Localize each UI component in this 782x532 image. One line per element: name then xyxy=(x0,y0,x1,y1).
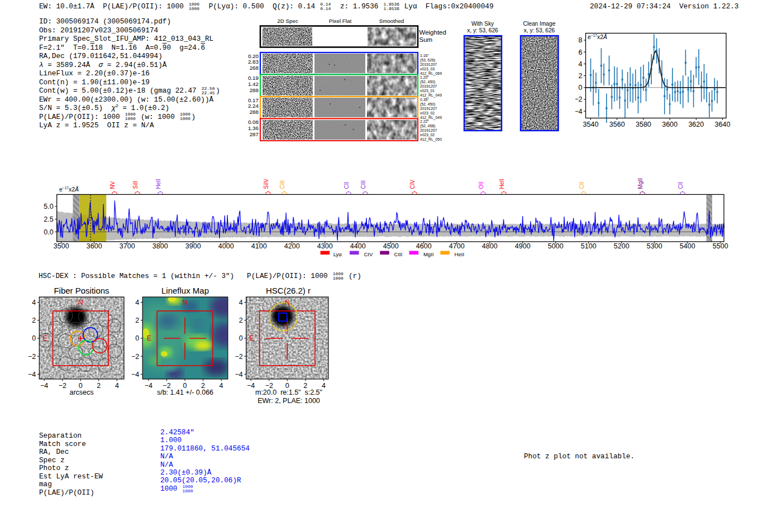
svg-text:4: 4 xyxy=(115,382,119,390)
svg-text:4600: 4600 xyxy=(416,242,432,250)
svg-text:EWr: 2, PLAE: 1000: EWr: 2, PLAE: 1000 xyxy=(258,397,320,405)
svg-text:288: 288 xyxy=(250,109,259,115)
svg-text:4: 4 xyxy=(135,299,139,306)
svg-text:(52, 450): (52, 450) xyxy=(420,102,435,107)
svg-text:2: 2 xyxy=(32,317,36,324)
svg-text:0.17: 0.17 xyxy=(248,97,259,103)
svg-text:4200: 4200 xyxy=(284,242,300,250)
svg-text:−2: −2 xyxy=(59,382,66,390)
svg-text:E: E xyxy=(249,334,254,342)
svg-text:−4: −4 xyxy=(575,108,583,116)
svg-text:4: 4 xyxy=(32,299,36,306)
svg-text:CII: CII xyxy=(344,182,350,189)
svg-text:HeII: HeII xyxy=(499,179,505,189)
svg-text:3640: 3640 xyxy=(715,121,731,128)
svg-text:v023_02: v023_02 xyxy=(420,133,435,137)
svg-text:−2: −2 xyxy=(131,353,139,361)
svg-text:5000: 5000 xyxy=(548,242,564,250)
svg-text:3500: 3500 xyxy=(54,242,69,250)
svg-text:−4: −4 xyxy=(145,382,152,390)
svg-text:3560: 3560 xyxy=(609,121,625,128)
svg-text:4800: 4800 xyxy=(482,242,498,250)
svg-text:(52, 450): (52, 450) xyxy=(420,80,435,84)
svg-text:20191207: 20191207 xyxy=(420,128,437,132)
svg-text:2D Spec: 2D Spec xyxy=(277,18,298,24)
svg-text:0: 0 xyxy=(239,334,243,342)
svg-text:arcsecs: arcsecs xyxy=(69,389,93,396)
svg-text:2.83: 2.83 xyxy=(248,59,259,65)
svg-text:CIV: CIV xyxy=(364,251,374,257)
svg-text:0.19: 0.19 xyxy=(248,75,259,81)
svg-text:4: 4 xyxy=(579,60,583,68)
svg-text:−4: −4 xyxy=(40,382,48,390)
svg-text:412_RL_050: 412_RL_050 xyxy=(420,137,442,142)
svg-text:3620: 3620 xyxy=(688,121,704,128)
svg-text:4400: 4400 xyxy=(350,242,366,250)
svg-text:3600: 3600 xyxy=(662,121,678,128)
svg-text:2.22": 2.22" xyxy=(420,119,429,123)
svg-text:1.36: 1.36 xyxy=(248,125,259,131)
svg-text:5500: 5500 xyxy=(713,242,728,250)
svg-text:(52, 458): (52, 458) xyxy=(420,124,435,128)
svg-text:−2: −2 xyxy=(235,353,242,361)
svg-text:0: 0 xyxy=(32,334,36,342)
svg-text:Lineflux Map: Lineflux Map xyxy=(161,286,209,295)
svg-text:Weighted: Weighted xyxy=(419,29,446,36)
svg-text:2.24: 2.24 xyxy=(248,103,259,109)
svg-text:NV: NV xyxy=(109,181,116,189)
svg-text:1.20": 1.20" xyxy=(420,75,429,79)
svg-text:−4: −4 xyxy=(28,371,36,378)
svg-text:3900: 3900 xyxy=(185,242,201,250)
svg-text:2.5: 2.5 xyxy=(44,215,53,223)
svg-text:MgII: MgII xyxy=(637,178,643,189)
svg-text:Smoothed: Smoothed xyxy=(379,18,404,24)
svg-text:2: 2 xyxy=(579,72,583,80)
svg-text:4000: 4000 xyxy=(218,242,234,250)
svg-text:SiIV: SiIV xyxy=(263,179,269,189)
svg-text:4: 4 xyxy=(239,299,243,306)
svg-text:−2: −2 xyxy=(575,95,583,103)
svg-text:4300: 4300 xyxy=(317,242,333,250)
svg-text:3540: 3540 xyxy=(583,121,599,128)
svg-text:CII: CII xyxy=(678,182,684,189)
svg-text:v023_01: v023_01 xyxy=(420,89,435,93)
svg-text:4700: 4700 xyxy=(449,242,465,250)
svg-text:20191207: 20191207 xyxy=(420,84,437,88)
svg-text:5100: 5100 xyxy=(581,242,597,250)
svg-text:2: 2 xyxy=(135,317,139,324)
svg-text:(53, 626): (53, 626) xyxy=(420,58,435,63)
svg-text:v023_02: v023_02 xyxy=(420,111,435,116)
svg-text:4500: 4500 xyxy=(383,242,399,250)
svg-text:x, y: 53, 626: x, y: 53, 626 xyxy=(467,27,498,33)
svg-text:5300: 5300 xyxy=(647,242,662,250)
svg-text:6: 6 xyxy=(579,49,583,56)
svg-text:With Sky: With Sky xyxy=(471,21,494,27)
svg-text:3800: 3800 xyxy=(152,242,168,250)
svg-text:5200: 5200 xyxy=(614,242,630,250)
svg-text:4900: 4900 xyxy=(515,242,531,250)
svg-text:1.42: 1.42 xyxy=(248,81,259,87)
svg-text:4100: 4100 xyxy=(251,242,267,250)
svg-text:0: 0 xyxy=(579,84,583,92)
svg-text:20191207: 20191207 xyxy=(420,63,437,66)
svg-text:v023_03: v023_03 xyxy=(420,67,435,71)
svg-text:CIII: CIII xyxy=(394,251,403,257)
svg-text:Fiber Positions: Fiber Positions xyxy=(54,286,109,295)
svg-text:287: 287 xyxy=(250,131,259,137)
svg-text:s/b: 1.41 +/- 0.066: s/b: 1.41 +/- 0.066 xyxy=(157,389,213,396)
svg-text:5400: 5400 xyxy=(680,242,695,250)
svg-text:−4: −4 xyxy=(131,371,139,378)
svg-text:−4: −4 xyxy=(247,382,255,390)
svg-text:OII: OII xyxy=(478,181,484,189)
svg-text:Clean Image: Clean Image xyxy=(523,21,556,27)
svg-text:0.20: 0.20 xyxy=(248,53,259,59)
svg-text:3580: 3580 xyxy=(636,121,651,128)
svg-text:N: N xyxy=(78,299,83,306)
svg-text:20191207: 20191207 xyxy=(420,107,437,111)
svg-text:268: 268 xyxy=(250,65,259,71)
svg-text:2: 2 xyxy=(239,317,243,324)
svg-text:CIII: CIII xyxy=(360,180,366,189)
svg-text:CII: CII xyxy=(579,182,585,189)
svg-text:0.08: 0.08 xyxy=(248,119,259,125)
svg-text:m:20.0 re:1.5" s:2.5": m:20.0 re:1.5" s:2.5" xyxy=(255,389,322,396)
